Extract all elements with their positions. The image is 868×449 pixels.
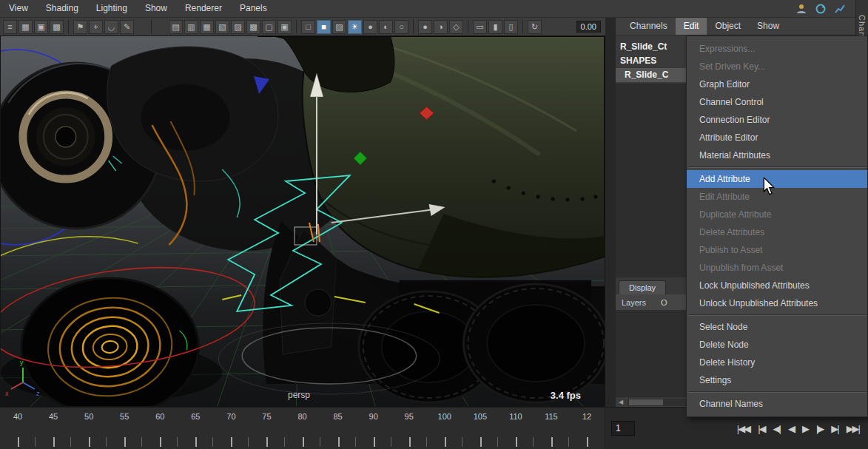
menu-item-unlock-unpublished[interactable]: Unlock Unpublished Attributes (687, 294, 867, 312)
grease-pencil-icon[interactable]: ▭ (473, 20, 487, 34)
add-bookmark-icon[interactable]: + (89, 20, 103, 34)
timeline-tick[interactable]: 50 (71, 408, 107, 439)
timeline-tick[interactable]: 80 (285, 408, 320, 439)
menu-item-delete-history[interactable]: Delete History (687, 354, 867, 371)
exposure-field[interactable]: 0.00 (576, 21, 601, 33)
edit-dropdown-menu: Expressions... Set Driven Key... Graph E… (686, 36, 868, 417)
menu-item-channel-control[interactable]: Channel Control (687, 93, 867, 111)
isolate-select-icon[interactable]: ◇ (449, 20, 463, 34)
menu-shading[interactable]: Shading (37, 0, 87, 17)
play-forwards-button[interactable]: ▶ (799, 422, 811, 436)
layout-outliner-icon[interactable]: ▢ (262, 20, 276, 34)
layout-single-pane-icon[interactable]: ▤ (169, 20, 183, 34)
step-back-key-button[interactable]: ◀| (770, 422, 783, 436)
menu-item-connection-editor[interactable]: Connection Editor (687, 111, 867, 129)
refresh-icon[interactable]: ↻ (528, 20, 542, 34)
playback-controls: |◀◀ |◀ ◀| ◀ ▶ |▶ ▶| ▶▶| (734, 422, 862, 436)
menu-item-settings[interactable]: Settings (687, 371, 867, 389)
go-to-end-button[interactable]: ▶▶| (844, 422, 862, 436)
grid-toggle-icon[interactable]: ▦ (18, 20, 33, 34)
play-backwards-button[interactable]: ◀ (785, 422, 797, 436)
user-icon[interactable] (795, 3, 807, 15)
time-slider[interactable]: 40 45 50 55 60 65 70 75 80 85 90 95 100 … (0, 408, 605, 449)
timeline-tick[interactable]: 90 (356, 408, 391, 439)
timeline-tick[interactable]: 95 (391, 408, 427, 439)
textured-mode-icon[interactable]: ▨ (332, 20, 346, 34)
step-forward-key-button[interactable]: |▶ (813, 422, 826, 436)
motion-blur-icon[interactable]: ○ (394, 20, 408, 34)
channels-menu[interactable]: Channels (622, 18, 676, 35)
layout-three-right-icon[interactable]: ▨ (231, 20, 245, 34)
menu-show[interactable]: Show (136, 0, 176, 17)
timeline-tick[interactable]: 60 (142, 408, 178, 439)
vertical-splitter[interactable] (605, 36, 616, 407)
menu-item-delete-node[interactable]: Delete Node (687, 336, 867, 354)
menu-item-material-attributes[interactable]: Material Attributes (687, 146, 867, 164)
timeline-tick[interactable]: 105 (462, 408, 498, 439)
panel-menu-icon[interactable]: ≡ (3, 20, 17, 34)
menu-item-unpublish-from-asset: Unpublish from Asset (687, 259, 867, 277)
scrollbar-thumb[interactable] (629, 399, 663, 405)
safe-frames-icon[interactable]: ▯ (504, 20, 518, 34)
layout-two-pane-icon[interactable]: ▥ (184, 20, 198, 34)
menu-renderer[interactable]: Renderer (176, 0, 231, 17)
timeline-tick[interactable]: 115 (534, 408, 569, 439)
camera-gate-icon[interactable]: ▣ (34, 20, 48, 34)
timeline-tick[interactable]: 100 (427, 408, 462, 439)
options-menu[interactable]: O (661, 298, 667, 307)
fps-counter: 3.4 fps (551, 390, 581, 401)
timeline-tick[interactable]: 40 (0, 408, 36, 439)
menu-item-select-node[interactable]: Select Node (687, 318, 867, 336)
sync-icon[interactable] (815, 3, 827, 15)
go-to-start-button[interactable]: |◀◀ (734, 422, 753, 436)
camera-mask-icon[interactable]: ▮ (488, 20, 502, 34)
scroll-left-icon[interactable]: ◀ (616, 399, 626, 405)
menu-view[interactable]: View (0, 0, 37, 17)
vertical-splitter[interactable] (605, 18, 616, 36)
menu-lighting[interactable]: Lighting (87, 0, 136, 17)
timeline-tick[interactable]: 70 (213, 408, 249, 439)
ambient-occlusion-icon[interactable]: ◐ (379, 20, 393, 34)
menu-item-add-attribute[interactable]: Add Attribute (687, 170, 867, 188)
edit-menu[interactable]: Edit (676, 18, 707, 35)
chart-icon[interactable] (834, 3, 846, 15)
timeline-tick[interactable]: 75 (249, 408, 284, 439)
step-forward-frame-button[interactable]: ▶| (828, 422, 841, 436)
perspective-viewport[interactable]: y x z persp 3.4 fps (0, 36, 605, 407)
xray-icon[interactable]: ◑ (434, 20, 448, 34)
svg-text:x: x (5, 390, 9, 397)
tab-display[interactable]: Display (619, 280, 666, 294)
shadows-icon[interactable]: ● (363, 20, 377, 34)
layout-three-left-icon[interactable]: ▧ (215, 20, 229, 34)
timeline-tick[interactable]: 65 (178, 408, 213, 439)
viewport-canvas[interactable]: y x z (1, 36, 605, 406)
wireframe-mode-icon[interactable]: □ (301, 20, 315, 34)
layout-persp-outliner-icon[interactable]: ▣ (277, 20, 292, 34)
layers-menu[interactable]: Layers (622, 298, 646, 307)
timeline-tick[interactable]: 55 (107, 408, 142, 439)
step-back-frame-button[interactable]: |◀ (755, 422, 767, 436)
bookmark-icon[interactable]: ⚑ (73, 20, 87, 34)
menu-item-graph-editor[interactable]: Graph Editor (687, 75, 867, 93)
timeline-tick[interactable]: 85 (320, 408, 356, 439)
current-frame-field[interactable]: 1 (611, 421, 635, 436)
menu-item-attribute-editor[interactable]: Attribute Editor (687, 129, 867, 146)
shaded-mode-icon[interactable]: ■ (317, 20, 331, 34)
default-material-icon[interactable]: ● (418, 20, 432, 34)
menu-item-channel-names[interactable]: Channel Names (687, 395, 867, 413)
layout-four-pane-icon[interactable]: ▦ (200, 20, 214, 34)
lighting-mode-icon[interactable]: ☀ (348, 20, 362, 34)
menu-item-lock-unpublished[interactable]: Lock Unpublished Attributes (687, 277, 867, 294)
timeline-tick[interactable]: 12 (569, 408, 605, 439)
pencil-tool-icon[interactable]: ✎ (120, 20, 134, 34)
menu-item-duplicate-attribute: Duplicate Attribute (687, 206, 867, 223)
object-menu[interactable]: Object (707, 18, 749, 35)
layout-three-top-icon[interactable]: ▩ (246, 20, 260, 34)
film-gate-icon[interactable]: ▩ (50, 20, 64, 34)
timeline-tick[interactable]: 45 (36, 408, 71, 439)
snap-magnet-icon[interactable]: ◡ (104, 20, 118, 34)
show-menu[interactable]: Show (749, 18, 787, 35)
timeline-tick[interactable]: 110 (498, 408, 534, 439)
menu-panels[interactable]: Panels (231, 0, 276, 17)
svg-text:z: z (36, 390, 40, 397)
